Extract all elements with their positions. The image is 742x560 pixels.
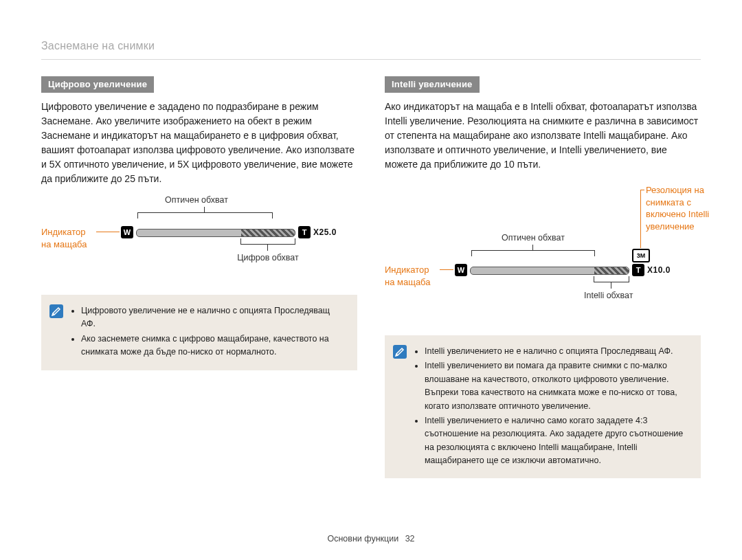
page-footer: Основни функции 32 [0, 534, 742, 544]
section-heading-digital: Цифрово увеличение [41, 76, 154, 93]
zoom-indicator-label: Индикатор на мащаба [41, 226, 96, 250]
note-icon [49, 304, 63, 318]
resolution-label: Резолюция на снимката с включено Intelli… [646, 184, 715, 232]
note-item: Intelli увеличението не е налично с опци… [425, 345, 690, 358]
divider [41, 59, 701, 60]
intelli-range-label: Intelli обхват [584, 290, 633, 302]
resolution-badge: 3M [632, 249, 650, 262]
note-item: Intelli увеличението е налично само кога… [425, 414, 690, 468]
tele-icon: T [632, 264, 644, 276]
zoom-value: X10.0 [647, 264, 671, 276]
tele-icon: T [298, 226, 311, 238]
right-column: Intelli увеличение Ако индикаторът на ма… [385, 76, 701, 478]
note-box-intelli: Intelli увеличението не е налично с опци… [385, 335, 701, 478]
zoom-diagram-intelli: Резолюция на снимката с включено Intelli… [385, 184, 701, 335]
digital-range-label: Цифров обхват [192, 252, 344, 264]
footer-page-number: 32 [405, 534, 415, 544]
zoom-indicator-label: Индикатор на мащаба [385, 264, 440, 288]
note-box-digital: Цифровото увеличение не е налично с опци… [41, 295, 357, 370]
note-icon [393, 345, 407, 359]
wide-icon: W [121, 226, 133, 238]
note-item: Цифровото увеличение не е налично с опци… [81, 304, 346, 331]
note-item: Ако заснемете снимка с цифрово мащабиран… [81, 333, 346, 359]
body-text-digital: Цифровото увеличение е зададено по подра… [41, 100, 357, 186]
wide-icon: W [455, 264, 467, 276]
note-item: Intelli увеличението ви помага да правит… [425, 359, 690, 413]
footer-section: Основни функции [327, 534, 398, 544]
zoom-diagram-digital: Оптичен обхват Индикатор на мащаба W T X… [41, 199, 357, 295]
optical-range-label: Оптичен обхват [502, 232, 565, 244]
section-heading-intelli: Intelli увеличение [385, 76, 480, 93]
zoom-value: X25.0 [313, 226, 337, 238]
body-text-intelli: Ако индикаторът на мащаба е в Intelli об… [385, 100, 701, 172]
page-title: Заснемане на снимки [41, 40, 701, 52]
left-column: Цифрово увеличение Цифровото увеличение … [41, 76, 357, 478]
optical-range-label: Оптичен обхват [165, 194, 228, 206]
